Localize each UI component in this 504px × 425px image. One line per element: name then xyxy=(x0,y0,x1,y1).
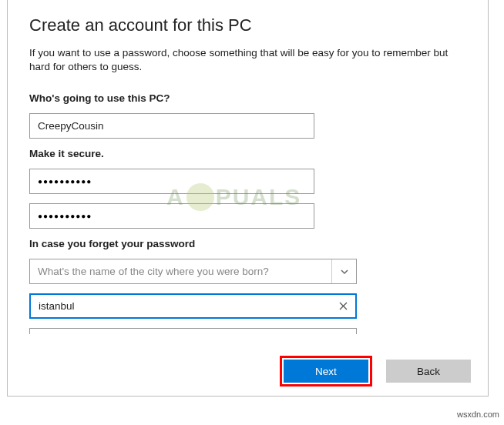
page-title: Create an account for this PC xyxy=(29,15,466,35)
password-value: ●●●●●●●●●● xyxy=(38,177,92,186)
chevron-down-icon xyxy=(331,259,356,283)
password-confirm-input[interactable]: ●●●●●●●●●● xyxy=(29,203,314,229)
username-section-label: Who's going to use this PC? xyxy=(29,92,466,104)
back-button[interactable]: Back xyxy=(386,360,471,383)
next-button-highlight: Next xyxy=(280,356,372,387)
dialog-content: Create an account for this PC If you wan… xyxy=(8,0,488,334)
username-input[interactable]: CreepyCousin xyxy=(29,113,314,139)
close-icon xyxy=(339,302,348,310)
clear-answer-button[interactable] xyxy=(331,295,355,317)
security-section-label: In case you forget your password xyxy=(29,238,466,249)
username-value: CreepyCousin xyxy=(38,120,104,132)
password-confirm-value: ●●●●●●●●●● xyxy=(38,212,92,220)
security-answer-value: istanbul xyxy=(31,300,331,312)
security-question-selected: What's the name of the city where you we… xyxy=(30,266,331,277)
page-description: If you want to use a password, choose so… xyxy=(29,46,466,74)
next-button[interactable]: Next xyxy=(284,360,368,383)
next-field-partial xyxy=(29,328,357,334)
dialog-window: Create an account for this PC If you wan… xyxy=(7,0,489,397)
security-answer-input[interactable]: istanbul xyxy=(29,293,357,319)
site-watermark: wsxdn.com xyxy=(457,410,499,419)
password-input[interactable]: ●●●●●●●●●● xyxy=(29,169,314,194)
button-row: Next Back xyxy=(280,356,471,387)
security-question-dropdown[interactable]: What's the name of the city where you we… xyxy=(29,259,357,284)
password-section-label: Make it secure. xyxy=(29,148,466,159)
